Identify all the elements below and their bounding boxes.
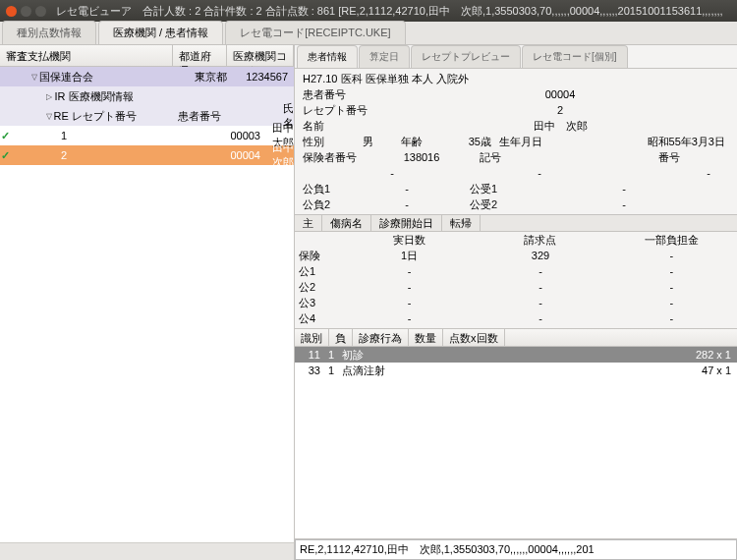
k1l-label: 公負1: [299, 182, 348, 196]
raw-code-input[interactable]: [295, 539, 737, 560]
tree-header: 審査支払機関 都道府県 医療機関コード: [0, 45, 294, 67]
tree[interactable]: ▽国保連合会東京都1234567▷IR 医療機関情報▽RE レセプト番号患者番号…: [0, 67, 294, 542]
outer-tab[interactable]: 医療機関 / 患者情報: [98, 21, 223, 44]
patient-no: 00004: [387, 88, 733, 100]
disease-tab-outcome[interactable]: 転帰: [442, 214, 481, 233]
k1r-label: 公受1: [466, 182, 515, 196]
left-footer: [0, 542, 294, 560]
age-value: 35歳: [436, 135, 495, 149]
name-label: 名前: [299, 119, 387, 134]
procedure-row[interactable]: 111初診282 x 1: [295, 347, 737, 363]
symbol-label: 記号: [476, 150, 515, 165]
raw-code-input-wrap: [295, 538, 737, 560]
inner-tab[interactable]: レセ電コード[個別]: [522, 45, 628, 68]
tree-row[interactable]: ✓200004田中 次郎: [0, 145, 294, 165]
disease-tab-name[interactable]: 傷病名: [322, 214, 371, 233]
tree-row[interactable]: ▷IR 医療機関情報: [0, 86, 294, 106]
claim-row: 公2---: [295, 279, 737, 295]
patient-no-label: 患者番号: [299, 87, 387, 102]
insurer-value: 138016: [368, 151, 476, 163]
inner-tab[interactable]: 患者情報: [297, 45, 358, 68]
procedures-panel: 識別負診療行為数量点数x回数 111初診282 x 1331点滴注射47 x 1: [295, 328, 737, 538]
claim-row: 公1---: [295, 263, 737, 279]
claim-row: 保険1日329-: [295, 248, 737, 263]
tree-row[interactable]: ▽RE レセプト番号患者番号氏名: [0, 106, 294, 126]
name-value: 田中 次郎: [387, 119, 733, 134]
tree-header-code: 医療機関コード: [227, 45, 294, 66]
dob-value: 昭和55年3月3日: [554, 135, 733, 149]
tree-row[interactable]: ▽国保連合会東京都1234567: [0, 67, 294, 86]
age-label: 年齢: [397, 135, 436, 149]
outer-tab[interactable]: 種別点数情報: [2, 21, 96, 44]
insurer-label: 保険者番号: [299, 150, 368, 165]
inner-tabs: 患者情報算定日レセプトプレビューレセ電コード[個別]: [295, 45, 737, 69]
claim-table: 実日数請求点一部負担金保険1日329-公1---公2---公3---公4---: [295, 232, 737, 326]
tree-expand-icon[interactable]: ▽: [46, 112, 52, 121]
titlebar: レセ電ビューア 合計人数 : 2 合計件数 : 2 合計点数 : 861 [RE…: [0, 0, 737, 22]
claim-row: 公4---: [295, 310, 737, 326]
close-icon[interactable]: [6, 6, 17, 17]
receipt-no-label: レセプト番号: [299, 103, 387, 118]
outer-tabs: 種別点数情報医療機関 / 患者情報レセ電コード[RECEIPTC.UKE]: [0, 22, 737, 45]
procedure-row[interactable]: 331点滴注射47 x 1: [295, 363, 737, 378]
procedures-header: 識別負診療行為数量点数x回数: [295, 329, 737, 347]
inner-tab[interactable]: 算定日: [359, 45, 410, 68]
k2r-label: 公受2: [466, 197, 515, 212]
number-label: 番号: [654, 150, 694, 165]
minimize-icon[interactable]: [21, 6, 31, 17]
patient-info: H27.10 医科 医保単独 本人 入院外 患者番号00004 レセプト番号2 …: [295, 69, 737, 214]
sex-value: 男: [338, 135, 397, 149]
disease-tab-start[interactable]: 診療開始日: [371, 214, 442, 233]
info-summary: H27.10 医科 医保単独 本人 入院外: [299, 72, 733, 86]
outer-tab[interactable]: レセ電コード[RECEIPTC.UKE]: [225, 21, 405, 44]
disease-tab-main[interactable]: 主: [295, 214, 322, 233]
inner-tab[interactable]: レセプトプレビュー: [411, 45, 521, 68]
tree-row[interactable]: ✓100003田中 太郎: [0, 126, 294, 145]
receipt-no: 2: [387, 104, 733, 116]
procedures-list[interactable]: 111初診282 x 1331点滴注射47 x 1: [295, 347, 737, 538]
tree-expand-icon[interactable]: ▷: [46, 92, 52, 101]
tree-expand-icon[interactable]: ▽: [31, 73, 37, 82]
check-icon: ✓: [0, 130, 12, 142]
check-icon: ✓: [0, 149, 12, 162]
left-panel: 審査支払機関 都道府県 医療機関コード ▽国保連合会東京都1234567▷IR …: [0, 45, 295, 560]
tree-header-org: 審査支払機関: [0, 45, 173, 66]
claim-row: 公3---: [295, 295, 737, 310]
tree-header-pref: 都道府県: [173, 45, 227, 66]
right-panel: 患者情報算定日レセプトプレビューレセ電コード[個別] H27.10 医科 医保単…: [295, 45, 737, 560]
sex-label: 性別: [299, 135, 338, 149]
disease-tabs: 主 傷病名 診療開始日 転帰: [295, 214, 737, 232]
maximize-icon[interactable]: [35, 6, 46, 17]
k2l-label: 公負2: [299, 197, 348, 212]
window-title: レセ電ビューア 合計人数 : 2 合計件数 : 2 合計点数 : 861 [RE…: [56, 4, 723, 19]
dob-label: 生年月日: [495, 135, 554, 149]
